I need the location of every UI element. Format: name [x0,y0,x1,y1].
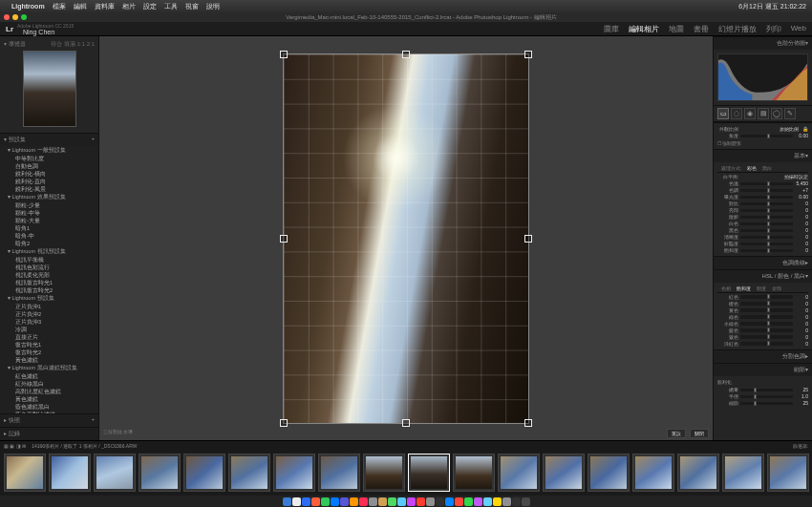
preset-item[interactable]: 顆粒-中等 [0,209,98,217]
dock-app-icon[interactable] [455,497,463,506]
filmstrip-thumb[interactable] [94,454,136,492]
crop-handle-tl[interactable] [280,51,288,58]
preset-group[interactable]: ▾ Lightroom 黑白濾鏡預設集 [0,364,98,372]
preset-item[interactable]: 高對比度紅色濾鏡 [0,388,98,395]
hsl-tab-lum[interactable]: 明度 [757,285,766,291]
module-library[interactable]: 圖庫 [604,24,619,34]
close-icon[interactable] [4,14,10,20]
filmstrip-thumb[interactable] [767,454,809,492]
preset-item[interactable]: 正片負沖3 [0,318,98,326]
photo-crop-frame[interactable] [283,53,529,424]
menu-window[interactable]: 視窗 [185,2,199,11]
treatment-color[interactable]: 彩色 [747,165,757,171]
preset-item[interactable]: 銳利化-直向 [0,178,98,185]
slider-track[interactable] [740,229,793,232]
dock-app-icon[interactable] [321,497,330,506]
preset-item[interactable]: 視訊色彩流行 [0,264,98,271]
wb-value[interactable]: 拍攝時設定 [740,174,808,180]
hsl-slider[interactable] [740,302,793,306]
preset-item[interactable]: 銳利化-風景 [0,185,98,193]
filmstrip-thumb[interactable] [228,454,270,492]
preset-item[interactable]: 紅色濾鏡 [0,372,98,380]
hsl-slider[interactable] [740,342,793,346]
crop-handle-ml[interactable] [280,235,288,243]
slider-track[interactable] [740,182,793,185]
hsl-slider[interactable] [740,315,793,319]
filmstrip-thumb[interactable] [4,454,46,492]
menu-edit[interactable]: 編輯 [74,2,87,11]
preset-item[interactable]: 紅外線黑白 [0,380,98,388]
module-slideshow[interactable]: 幻燈片播放 [718,24,757,34]
dock-app-icon[interactable] [474,497,482,506]
preset-item[interactable]: 黃色濾鏡 [0,395,98,403]
hsl-slider[interactable] [740,328,793,332]
menu-settings[interactable]: 設定 [143,2,157,11]
app-menu[interactable]: Lightroom [11,3,45,10]
filmstrip-thumb[interactable] [588,454,630,492]
preset-group[interactable]: ▾ Lightroom 效果預設集 [0,193,98,201]
preset-item[interactable]: 暗角2 [0,240,98,247]
hsl-tab-hue[interactable]: 色相 [721,285,731,291]
hsl-slider[interactable] [740,295,793,299]
menu-photo[interactable]: 相片 [122,2,136,11]
basic-header[interactable]: 基本 ▾ [714,150,812,162]
filmstrip-thumb[interactable] [453,454,495,492]
lock-icon[interactable]: 🔒 [802,126,808,132]
slider-track[interactable] [740,196,793,199]
filmstrip-thumb[interactable] [273,454,315,492]
dock-app-icon[interactable] [302,497,310,506]
view-mode-icons[interactable]: ▦ ▣ ◨ ⊞ [4,443,26,449]
preset-item[interactable]: 藍色濾鏡黑白 [0,403,98,411]
dock-app-icon[interactable] [502,497,511,506]
slider-track[interactable] [740,395,793,398]
angle-slider[interactable] [740,135,793,137]
dock-app-icon[interactable] [493,497,502,506]
preset-item[interactable]: 視訊復古時光1 [0,279,98,286]
slider-track[interactable] [740,236,793,239]
hsl-tab-sat[interactable]: 飽和度 [737,285,751,291]
dock-app-icon[interactable] [311,497,320,506]
menu-file[interactable]: 檔案 [53,2,66,11]
crop-handle-bl[interactable] [280,419,288,427]
zoom-icon[interactable] [21,14,27,20]
redeye-tool-icon[interactable]: ◉ [744,108,756,119]
spot-tool-icon[interactable]: ◌ [731,108,742,119]
presets-header[interactable]: ▾ 預設集+ [0,133,98,146]
dock-app-icon[interactable] [445,497,454,506]
dock-app-icon[interactable] [292,497,301,506]
nav-modes[interactable]: 符合 填滿 1:1 2:1 [51,40,95,49]
module-web[interactable]: Web [791,24,806,34]
preset-item[interactable]: 中等對比度 [0,155,98,162]
filmstrip-thumb[interactable] [632,454,674,492]
dock-app-icon[interactable] [483,497,492,506]
crop-handle-mr[interactable] [524,235,532,243]
filmstrip-thumb[interactable] [363,454,405,492]
brush-tool-icon[interactable]: ✎ [784,108,796,119]
preset-group[interactable]: ▾ Lightroom 一般預設集 [0,146,98,155]
snapshots-header[interactable]: ▸ 快照+ [0,413,98,427]
crop-handle-bm[interactable] [402,419,410,427]
preset-group[interactable]: ▾ Lightroom 預設集 [0,294,98,303]
preset-item[interactable]: 顆粒-大量 [0,217,98,224]
filter-label[interactable]: 篩選器: [793,443,808,449]
slider-track[interactable] [740,222,793,225]
preset-item[interactable]: 冷調 [0,326,98,333]
preset-item[interactable]: 復古時光1 [0,341,98,349]
navigator-thumbnail[interactable] [23,51,76,127]
aspect-value[interactable]: 原始比例 [740,126,799,132]
dock-app-icon[interactable] [283,497,291,506]
slider-track[interactable] [740,249,793,252]
dock-app-icon[interactable] [417,497,425,506]
tonecurve-header[interactable]: 色調曲線 ▸ [714,257,812,269]
gradient-tool-icon[interactable]: ▤ [758,108,769,119]
preset-item[interactable]: 視訊平衡橋 [0,256,98,264]
dock-app-icon[interactable] [359,497,368,506]
preset-item[interactable]: 黃色濾鏡 [0,356,98,364]
close-crop-button[interactable]: 關閉 [690,429,709,438]
history-header[interactable]: ▸ 記錄 [0,427,98,440]
slider-track[interactable] [740,189,793,192]
module-map[interactable]: 地圖 [669,24,684,34]
menu-help[interactable]: 說明 [206,2,220,11]
preset-item[interactable]: 正片負沖1 [0,303,98,310]
filmstrip-thumb[interactable] [498,454,540,492]
